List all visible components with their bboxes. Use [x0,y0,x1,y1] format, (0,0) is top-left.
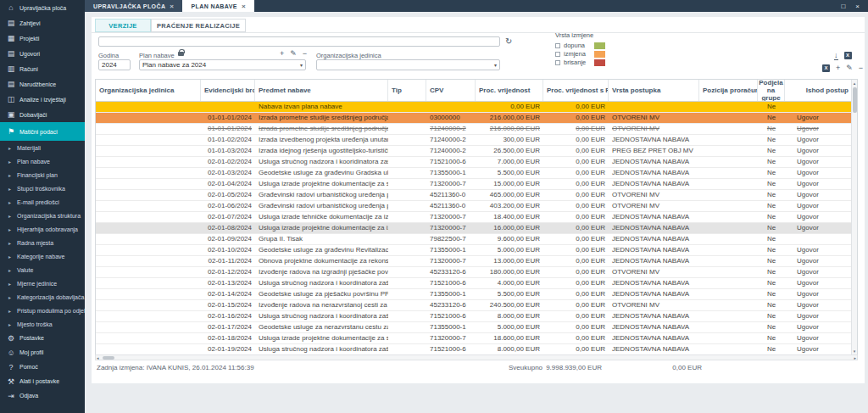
table-row[interactable]: Nabava izvan plana nabave0,00 EUR0,00 EU… [96,102,857,113]
sidebar-item-moj-profil[interactable]: ☺Moj profil [0,345,85,360]
table-row[interactable]: 02-01-09/2024Grupa II. Tisak79822500-79.… [96,234,857,245]
checkbox-brisanje[interactable] [555,60,560,65]
table-row[interactable]: 02-01-11/2024Obnova projektne dokumentac… [96,256,857,267]
tab-verzije[interactable]: VERZIJE [95,19,151,32]
add-plan-icon[interactable]: + [280,50,284,58]
table-row[interactable]: 01-01-02/2024Izrada izvedbenog projekta … [96,135,857,146]
table-row[interactable]: 02-01-15/2024Izvođenje radova na nerazvr… [96,300,857,311]
sidebar-item-plan-nabave[interactable]: ▸Plan nabave [0,154,85,168]
sidebar-item-dobavlja-i[interactable]: ▣Dobavljači [0,107,85,122]
org-jedinica-select[interactable]: ▾ [316,59,500,70]
column-header-oj[interactable]: Organizacijska jedinica [96,80,201,101]
table-row[interactable]: 02-01-14/2024Geodetske usluge za pješačk… [96,289,857,300]
scroll-right-icon[interactable]: ▸ [854,355,856,360]
column-header-cpv[interactable]: CPV [426,80,476,101]
sidebar-item-mati-ni-podaci[interactable]: ⚑Matični podaci [0,122,85,141]
edit-plan-icon[interactable]: ✎ [290,50,297,58]
table-row[interactable]: 02-01-17/2024Geodetske usluge za nerazvr… [96,322,857,333]
column-header-podjela[interactable]: Podjela na grupe [758,80,785,101]
sidebar-item-kategorije-nabave[interactable]: ▸Kategorije nabave [0,249,85,263]
scroll-left-icon[interactable]: ◂ [97,355,99,360]
sidebar-item-ra-uni[interactable]: ▥Računi [0,61,85,76]
sidebar-item-pristup-modulima-po-odjelu[interactable]: ▸Pristup modulima po odjelu [0,304,85,317]
scroll-up-icon[interactable]: ▴ [852,81,857,86]
sidebar-item-organizacijska-struktura[interactable]: ▸Organizacijska struktura [0,209,85,222]
sidebar-item-e-mail-predlo-ci[interactable]: ▸E-mail predlošci [0,195,85,209]
sidebar-item-odjava[interactable]: ⇥Odjava [0,388,85,403]
table-row[interactable]: 02-01-08/2024Usluga izrade projektne dok… [96,223,857,234]
table-row[interactable]: 02-01-03/2024Geodetske usluge za građevi… [96,168,857,179]
column-header-vrsta[interactable]: Vrsta postupka [609,80,699,101]
column-header-proc[interactable]: Proc. vrijednost [476,80,543,101]
table-row[interactable]: 02-01-07/2024Usluga izrade tehničke doku… [96,212,857,223]
scrollbar-thumb[interactable] [103,356,114,360]
tab-plan-nabave[interactable]: PLAN NABAVE × [182,0,254,12]
excel-export-icon[interactable]: X [822,64,830,72]
download-icon[interactable]: ↓ [834,52,838,60]
tab-upravljacka-ploca[interactable]: UPRAVLJAČKA PLOČA × [85,0,182,12]
sidebar-item-hijerarhija-odobravanja[interactable]: ▸Hijerarhija odobravanja [0,222,85,236]
sidebar-item-projekti[interactable]: ▦Projekti [0,31,85,46]
sidebar-item-alati-i-postavke[interactable]: ⚒Alati i postavke [0,374,85,388]
window-close-icon[interactable]: × [855,3,860,10]
excel-export-icon[interactable]: X [844,52,852,59]
column-header-pdv[interactable]: Proc. vrijednost s PDV-om [543,80,609,101]
godina-input[interactable] [98,59,131,70]
column-header-pozicija[interactable]: Pozicija proračuna [699,80,758,101]
sidebar-item-mjesto-tro-ka[interactable]: ▸Mjesto troška [0,317,85,331]
table-row[interactable]: 02-01-16/2024Usluga stručnog nadzora i k… [96,311,857,322]
table-row[interactable]: 02-01-02/2024Usluga stručnog nadzora i k… [96,157,857,168]
sidebar: ⌂Upravljačka ploča▤Zahtjevi▦Projekti▤Ugo… [0,0,85,413]
column-header-ishod[interactable]: Ishod postup [785,80,853,101]
table-row[interactable]: 02-01-05/2024Građevinski radovi urbanist… [96,190,857,201]
horizontal-scrollbar[interactable]: ◂ ▸ [95,354,858,360]
sidebar-item-stupci-tro-kovnika[interactable]: ▸Stupci troškovnika [0,181,85,195]
table-row[interactable]: 02-01-06/2024Građevinski radovi urbanist… [96,201,857,212]
sidebar-item-financijski-plan[interactable]: ▸Financijski plan [0,168,85,181]
refresh-icon[interactable]: ↻ [505,36,512,47]
column-header-tip[interactable]: Tip [388,80,426,101]
sidebar-item-label: Postavke [19,335,44,341]
table-row[interactable]: 02-01-12/2024Izvođenje radova na izgradn… [96,267,857,278]
table-row[interactable]: 01-01-03/2024Izrada idejnog rješenja ugo… [96,146,857,157]
subtab-strip: VERZIJE PRAĆENJE REALIZACIJE [92,19,865,33]
plan-nabave-select[interactable]: Plan nabave za 2024 ▾ [139,59,306,70]
sidebar-item-kategorizacija-dobavlja-a[interactable]: ▸Kategorizacija dobavljača [0,290,85,304]
scroll-down-icon[interactable]: ▾ [852,349,857,354]
table-row[interactable]: 02-01-04/2024Usluga izrade projektne dok… [96,179,857,190]
vertical-scrollbar[interactable]: ▴ ▾ [851,80,857,354]
close-tab-icon[interactable]: × [242,3,246,10]
sidebar-item-postavke[interactable]: ⚙Postavke [0,331,85,345]
sidebar-item-narud-benice[interactable]: ▤Narudžbenice [0,76,85,92]
cell-oj [96,333,201,343]
sidebar-item-radna-mjesta[interactable]: ▸Radna mjesta [0,236,85,249]
table-row[interactable]: 01-01-01/2024Izrada prometne studije sre… [96,124,857,135]
column-header-ev[interactable]: Evidencijski broj [201,80,255,101]
window-restore-icon[interactable]: □ [841,3,845,10]
edit-row-icon[interactable]: ✎ [846,64,853,72]
sidebar-item-analize-i-izvje-taji[interactable]: ◫Analize i izvještaji [0,92,85,107]
add-row-icon[interactable]: + [836,64,840,72]
search-input[interactable] [98,36,500,47]
sidebar-item-materijali[interactable]: ▸Materijali [0,141,85,154]
checkbox-dopuna[interactable] [555,43,560,48]
remove-plan-icon[interactable]: − [303,50,307,58]
sidebar-item-pomo-[interactable]: ?Pomoć [0,360,85,374]
sidebar-item-label: Valute [17,267,33,273]
sidebar-item-valute[interactable]: ▸Valute [0,263,85,276]
table-row[interactable]: 01-01-01/2024Izrada prometne studije sre… [96,113,857,124]
sidebar-item-ugovori[interactable]: ▤Ugovori [0,46,85,61]
table-row[interactable]: 02-01-13/2024Usluga stručnog nadzora i k… [96,278,857,289]
cell-tip [388,234,426,244]
sidebar-item-upravlja-ka-plo-a[interactable]: ⌂Upravljačka ploča [0,0,85,15]
remove-row-icon[interactable]: − [859,64,863,72]
table-row[interactable]: 02-01-18/2024Usluga izrade projektne dok… [96,333,857,344]
sidebar-item-mjerne-jedinice[interactable]: ▸Mjerne jedinice [0,276,85,290]
close-tab-icon[interactable]: × [170,3,174,10]
tab-pracenje-realizacije[interactable]: PRAĆENJE REALIZACIJE [151,19,246,32]
column-header-predmet[interactable]: Predmet nabave [255,80,388,101]
checkbox-izmjena[interactable] [555,52,560,57]
sidebar-item-zahtjevi[interactable]: ▤Zahtjevi [0,15,85,31]
scrollbar-thumb[interactable] [853,87,857,113]
table-row[interactable]: 02-01-10/2024Geodetske usluge za građevi… [96,245,857,256]
